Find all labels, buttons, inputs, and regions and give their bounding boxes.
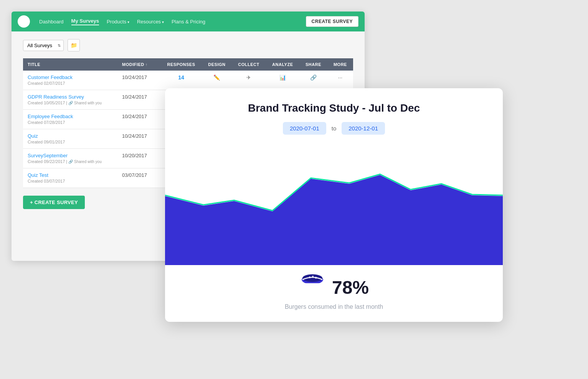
date-range-row: 2020-07-01 to 2020-12-01 [180, 122, 487, 135]
nav-products[interactable]: Products [107, 19, 129, 25]
filter-select-wrapper: All Surveys ⇅ [23, 40, 64, 51]
cell-title: Customer Feedback Created 02/07/2017 [23, 71, 117, 90]
survey-created: Created 03/07/2017 [28, 179, 65, 183]
col-header-modified[interactable]: MODIFIED [117, 58, 160, 71]
col-header-responses: RESPONSES [160, 58, 202, 71]
nav-resources[interactable]: Resources [137, 19, 164, 25]
shared-badge: 🔗 Shared with you [68, 101, 102, 105]
table-row: Customer Feedback Created 02/07/2017 10/… [23, 71, 353, 90]
brand-stat-row: 78% [165, 274, 503, 300]
cell-responses: 14 [160, 71, 202, 90]
brand-tracking-card: Brand Tracking Study - Jul to Dec 2020-0… [165, 88, 503, 322]
col-header-title: TITLE [23, 58, 117, 71]
nav-links: Dashboard My Surveys Products Resources … [39, 18, 297, 25]
brand-card-header: Brand Tracking Study - Jul to Dec 2020-0… [165, 88, 503, 150]
cell-share: 🔗 [299, 71, 327, 90]
cell-title: GDPR Readiness Survey Created 10/05/2017… [23, 90, 117, 110]
survey-title-link[interactable]: SurveySeptember [28, 153, 113, 158]
svg-rect-7 [302, 283, 323, 286]
survey-title-link[interactable]: Quiz [28, 133, 113, 139]
design-icon[interactable]: ✏️ [206, 74, 227, 81]
col-header-design: DESIGN [202, 58, 231, 71]
cell-modified: 10/24/2017 [117, 71, 160, 90]
survey-title-link[interactable]: Employee Feedback [28, 114, 113, 119]
brand-chart [165, 150, 503, 265]
survey-created: Created 07/28/2017 [28, 120, 65, 125]
stat-percent: 78% [332, 277, 369, 298]
survey-created: Created 09/01/2017 [28, 140, 65, 144]
col-header-share: SHARE [299, 58, 327, 71]
logo [18, 15, 30, 28]
create-survey-navbar-button[interactable]: CREATE SURVEY [306, 16, 358, 27]
response-count: 14 [165, 74, 197, 81]
navbar: Dashboard My Surveys Products Resources … [12, 12, 365, 31]
brand-card-title: Brand Tracking Study - Jul to Dec [180, 102, 487, 114]
cell-modified: 10/24/2017 [117, 90, 160, 110]
svg-rect-8 [302, 287, 323, 289]
cell-modified: 10/24/2017 [117, 110, 160, 129]
surveys-filter-select[interactable]: All Surveys [23, 40, 64, 51]
date-start-pill[interactable]: 2020-07-01 [283, 122, 326, 135]
shared-badge: 🔗 Shared with you [68, 160, 102, 164]
cell-title: SurveySeptember Created 09/22/2017 | 🔗 S… [23, 149, 117, 168]
cell-more: ··· [327, 71, 353, 90]
cell-title: Quiz Created 09/01/2017 [23, 129, 117, 149]
cell-title: Quiz Test Created 03/07/2017 [23, 168, 117, 188]
stat-label: Burgers consumed in the last month [165, 303, 503, 310]
burger-icon [299, 274, 326, 300]
survey-created: Created 02/07/2017 [28, 81, 65, 86]
analyze-icon[interactable]: 📊 [270, 74, 295, 81]
collect-icon[interactable]: ✈ [236, 74, 261, 81]
cell-modified: 03/07/2017 [117, 168, 160, 188]
nav-my-surveys[interactable]: My Surveys [71, 18, 99, 25]
survey-created: Created 10/05/2017 | 🔗 Shared with you [28, 101, 102, 105]
svg-marker-1 [165, 175, 503, 265]
svg-rect-9 [302, 290, 323, 293]
cell-modified: 10/20/2017 [117, 149, 160, 168]
more-icon[interactable]: ··· [332, 74, 349, 81]
col-header-collect: COLLECT [232, 58, 266, 71]
col-header-analyze: ANALYZE [266, 58, 299, 71]
folder-button[interactable]: 📁 [68, 39, 80, 51]
survey-title-link[interactable]: GDPR Readiness Survey [28, 94, 113, 100]
survey-title-link[interactable]: Customer Feedback [28, 74, 113, 80]
cell-collect: ✈ [232, 71, 266, 90]
chart-area [165, 150, 503, 265]
create-survey-bottom-button[interactable]: + CREATE SURVEY [23, 196, 85, 209]
cell-title: Employee Feedback Created 07/28/2017 [23, 110, 117, 129]
survey-title-link[interactable]: Quiz Test [28, 172, 113, 178]
survey-created: Created 09/22/2017 | 🔗 Shared with you [28, 159, 102, 164]
date-end-pill[interactable]: 2020-12-01 [342, 122, 385, 135]
share-icon[interactable]: 🔗 [304, 74, 323, 81]
nav-pricing[interactable]: Plans & Pricing [172, 19, 205, 25]
col-header-more: MORE [327, 58, 353, 71]
nav-dashboard[interactable]: Dashboard [39, 19, 64, 25]
cell-analyze: 📊 [266, 71, 299, 90]
date-to-label: to [332, 125, 337, 132]
cell-modified: 10/24/2017 [117, 129, 160, 149]
cell-design: ✏️ [202, 71, 231, 90]
filter-row: All Surveys ⇅ 📁 [23, 39, 353, 51]
